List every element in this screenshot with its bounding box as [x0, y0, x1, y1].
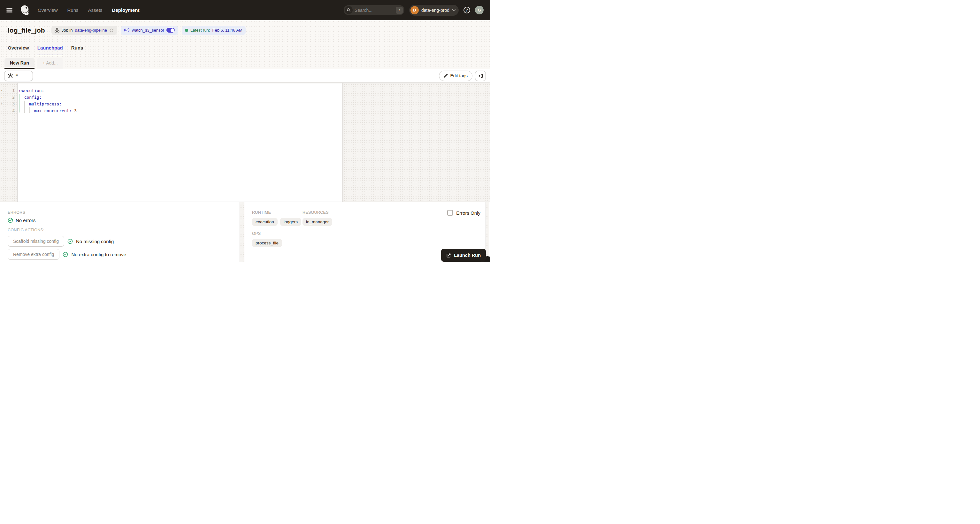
- workspace-avatar: D: [410, 6, 419, 14]
- chevron-down-icon: [452, 9, 455, 11]
- refresh-icon[interactable]: [109, 28, 114, 33]
- errors-only-checkbox[interactable]: [447, 210, 453, 216]
- config-editor-region: ▾1 ▾2 ▾3 4 execution: config: multiproce…: [0, 83, 490, 202]
- sensor-toggle[interactable]: [166, 28, 175, 33]
- latest-run-badge: Latest run: Feb 6, 11:46 AM: [182, 26, 246, 35]
- runtime-chip[interactable]: execution: [252, 218, 278, 226]
- job-tabs: Overview Launchpad Runs: [0, 40, 490, 55]
- fold-arrow-icon[interactable]: ▾: [1, 94, 3, 100]
- check-circle-icon: [67, 239, 73, 244]
- resources-section-label: RESOURCES: [302, 210, 332, 215]
- code-line: max_concurrent:3: [18, 107, 342, 114]
- indent-guide: [24, 100, 25, 113]
- top-nav: Overview Runs Assets Deployment / D data…: [0, 0, 490, 20]
- errors-only-label: Errors Only: [456, 210, 480, 216]
- add-config-tab-button[interactable]: + Add...: [37, 58, 63, 69]
- check-circle-icon: [63, 252, 68, 257]
- fold-arrow-icon[interactable]: ▾: [1, 100, 3, 107]
- sensor-link[interactable]: watch_s3_sensor: [132, 28, 164, 33]
- nav-overview[interactable]: Overview: [38, 7, 58, 13]
- op-selector-input[interactable]: *: [4, 71, 33, 81]
- latest-run-prefix: Latest run:: [190, 28, 210, 33]
- ops-section-label: OPS: [252, 231, 490, 236]
- no-errors-text: No errors: [16, 218, 36, 223]
- search-input[interactable]: [353, 8, 396, 13]
- resources-panel: Errors Only RUNTIME execution loggers RE…: [244, 202, 490, 262]
- scaffold-missing-config-button[interactable]: Scaffold missing config: [8, 236, 64, 247]
- workflow-icon: [55, 28, 59, 33]
- global-search[interactable]: /: [344, 5, 404, 15]
- edit-tags-button[interactable]: Edit tags: [439, 71, 473, 81]
- code-area[interactable]: execution: config: multiprocess: max_con…: [18, 83, 342, 202]
- search-icon: [345, 6, 353, 14]
- pencil-icon: [444, 73, 448, 78]
- runtime-chip[interactable]: loggers: [280, 218, 301, 226]
- no-missing-config-text: No missing config: [76, 239, 114, 244]
- errors-section-label: ERRORS: [8, 210, 232, 215]
- launch-icon: [446, 253, 451, 258]
- op-graph-icon: [8, 73, 13, 79]
- launchpad-page: Overview Runs Assets Deployment / D data…: [0, 0, 490, 262]
- editor-gutter: ▾1 ▾2 ▾3 4: [0, 83, 18, 202]
- nav-deployment[interactable]: Deployment: [112, 7, 140, 13]
- line-number: 4: [12, 108, 15, 113]
- indent-guide: [19, 94, 20, 113]
- run-config-tabs: New Run + Add...: [0, 55, 490, 69]
- code-line: execution:: [18, 87, 342, 94]
- page-title: log_file_job: [8, 27, 45, 34]
- user-avatar[interactable]: G: [475, 6, 484, 14]
- pipeline-link[interactable]: data-eng-pipeline: [75, 28, 107, 33]
- expand-panel-button[interactable]: [475, 71, 486, 81]
- op-chip[interactable]: process_file: [252, 239, 282, 247]
- job-badge-prefix: Job in: [62, 28, 73, 33]
- run-status-dot: [185, 29, 188, 32]
- indent-guide: [29, 107, 30, 113]
- resource-chip[interactable]: io_manager: [302, 218, 332, 226]
- line-number: 2: [12, 95, 15, 100]
- launch-run-label: Launch Run: [454, 253, 481, 258]
- launch-run-button[interactable]: Launch Run: [441, 249, 486, 262]
- title-bar: log_file_job Job in data-eng-pipeline: [0, 20, 490, 40]
- sensor-badge: watch_s3_sensor: [121, 26, 178, 35]
- config-schema-pane: [344, 83, 490, 202]
- config-actions-label: CONFIG ACTIONS:: [8, 228, 232, 232]
- no-extra-config-text: No extra config to remove: [71, 252, 126, 257]
- latest-run-link[interactable]: Feb 6, 11:46 AM: [212, 28, 242, 33]
- nav-assets[interactable]: Assets: [88, 7, 103, 13]
- sensor-icon: [124, 28, 130, 32]
- workspace-name: data-eng-prod: [421, 8, 449, 13]
- launchpad-toolbar: * Edit tags: [0, 69, 490, 83]
- dagster-logo-icon[interactable]: [19, 5, 31, 16]
- line-number: 1: [12, 88, 15, 93]
- menu-icon[interactable]: [6, 7, 15, 13]
- job-badge: Job in data-eng-pipeline: [51, 26, 117, 35]
- check-circle-icon: [8, 218, 13, 223]
- code-line: multiprocess:: [18, 100, 342, 107]
- remove-extra-config-button[interactable]: Remove extra config: [8, 249, 59, 260]
- tab-runs[interactable]: Runs: [71, 40, 83, 55]
- primary-nav: Overview Runs Assets Deployment: [38, 7, 139, 13]
- search-shortcut-key: /: [396, 7, 403, 14]
- workspace-switcher[interactable]: D data-eng-prod: [409, 5, 459, 16]
- runtime-section-label: RUNTIME: [252, 210, 302, 215]
- op-selector-value: *: [15, 73, 18, 78]
- line-number: 3: [12, 102, 15, 107]
- code-line: config:: [18, 94, 342, 100]
- nav-runs[interactable]: Runs: [67, 7, 79, 13]
- tab-launchpad[interactable]: Launchpad: [37, 40, 63, 55]
- tab-overview[interactable]: Overview: [8, 40, 29, 55]
- bottom-splitter[interactable]: [240, 202, 244, 262]
- fold-arrow-icon[interactable]: ▾: [1, 87, 3, 94]
- launchpad-bottom: ERRORS No errors CONFIG ACTIONS: Scaffol…: [0, 202, 490, 262]
- errors-panel: ERRORS No errors CONFIG ACTIONS: Scaffol…: [0, 202, 240, 262]
- yaml-editor: ▾1 ▾2 ▾3 4 execution: config: multiproce…: [0, 83, 342, 202]
- edit-tags-label: Edit tags: [450, 73, 468, 78]
- help-icon[interactable]: ?: [463, 7, 470, 13]
- right-panel-splitter[interactable]: [485, 202, 489, 262]
- expand-panel-icon: [478, 73, 483, 78]
- config-tab-new-run[interactable]: New Run: [5, 58, 35, 69]
